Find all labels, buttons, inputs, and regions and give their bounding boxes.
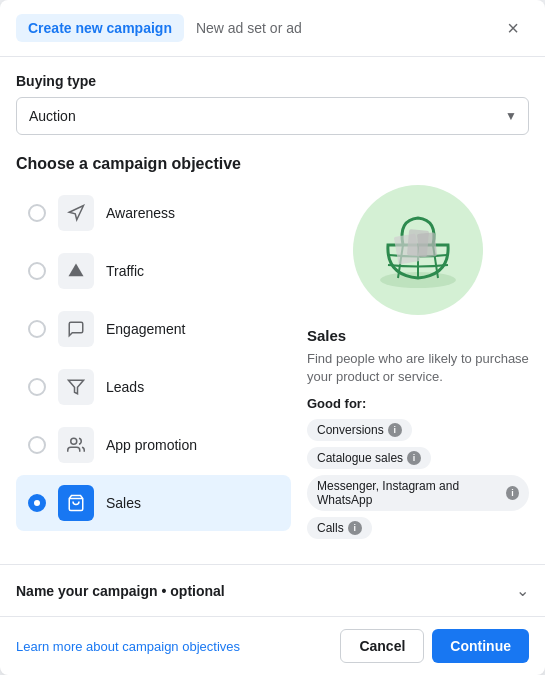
tag-calls-label: Calls [317,521,344,535]
info-icon-calls[interactable]: i [348,521,362,535]
buying-type-label: Buying type [16,73,529,89]
content-area: Awareness Traffic [16,185,529,564]
tag-conversions-label: Conversions [317,423,384,437]
tag-calls: Calls i [307,517,372,539]
tag-catalogue-sales: Catalogue sales i [307,447,431,469]
close-button[interactable]: × [497,12,529,44]
name-campaign-bar[interactable]: Name your campaign • optional ⌄ [0,564,545,616]
objective-item-traffic[interactable]: Traffic [16,243,291,299]
awareness-label: Awareness [106,205,175,221]
radio-engagement [28,320,46,338]
modal-footer-section: Name your campaign • optional ⌄ Learn mo… [0,564,545,675]
objective-item-app-promotion[interactable]: App promotion [16,417,291,473]
buying-type-select[interactable]: Auction Reach and frequency [16,97,529,135]
learn-more-link[interactable]: Learn more about campaign objectives [16,639,240,654]
tag-conversions: Conversions i [307,419,412,441]
leads-icon [58,369,94,405]
modal-header: Create new campaign New ad set or ad × [0,0,545,57]
tab-new-ad-set[interactable]: New ad set or ad [184,14,314,42]
engagement-icon [58,311,94,347]
cancel-button[interactable]: Cancel [340,629,424,663]
section-title: Choose a campaign objective [16,155,529,173]
info-icon-messenger[interactable]: i [506,486,519,500]
sales-label: Sales [106,495,141,511]
continue-button[interactable]: Continue [432,629,529,663]
objective-item-awareness[interactable]: Awareness [16,185,291,241]
detail-description: Find people who are likely to purchase y… [307,350,529,386]
svg-rect-9 [417,232,437,257]
chevron-down-icon: ⌄ [516,581,529,600]
detail-title: Sales [307,327,529,344]
awareness-icon [58,195,94,231]
app-promotion-label: App promotion [106,437,197,453]
detail-panel: Sales Find people who are likely to purc… [307,185,529,564]
objective-item-engagement[interactable]: Engagement [16,301,291,357]
svg-point-1 [71,438,77,444]
footer-buttons: Cancel Continue [340,629,529,663]
name-campaign-text: Name your campaign • optional [16,583,225,599]
create-campaign-modal: Create new campaign New ad set or ad × B… [0,0,545,675]
info-icon-catalogue[interactable]: i [407,451,421,465]
objectives-list: Awareness Traffic [16,185,291,564]
radio-app-promotion [28,436,46,454]
modal-body: Buying type Auction Reach and frequency … [0,57,545,564]
radio-traffic [28,262,46,280]
radio-awareness [28,204,46,222]
modal-footer: Learn more about campaign objectives Can… [0,616,545,675]
objective-item-leads[interactable]: Leads [16,359,291,415]
tag-messenger-label: Messenger, Instagram and WhatsApp [317,479,502,507]
sales-illustration [353,185,483,315]
leads-label: Leads [106,379,144,395]
radio-sales [28,494,46,512]
radio-leads [28,378,46,396]
info-icon-conversions[interactable]: i [388,423,402,437]
svg-marker-0 [69,380,84,394]
sales-icon [58,485,94,521]
traffic-label: Traffic [106,263,144,279]
buying-type-select-wrapper: Auction Reach and frequency ▼ [16,97,529,135]
tags-list: Conversions i Catalogue sales i Messenge… [307,419,529,539]
tag-messenger: Messenger, Instagram and WhatsApp i [307,475,529,511]
engagement-label: Engagement [106,321,185,337]
traffic-icon [58,253,94,289]
tab-create-campaign[interactable]: Create new campaign [16,14,184,42]
app-promotion-icon [58,427,94,463]
objective-item-sales[interactable]: Sales [16,475,291,531]
tag-catalogue-label: Catalogue sales [317,451,403,465]
good-for-label: Good for: [307,396,529,411]
